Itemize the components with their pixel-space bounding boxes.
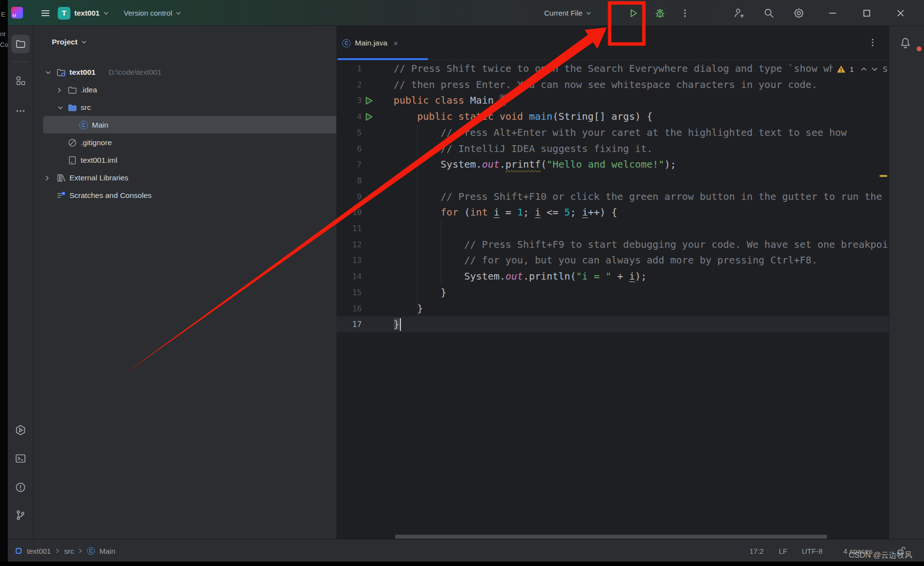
code-token xyxy=(488,206,494,218)
git-branch-icon xyxy=(15,509,26,521)
run-button[interactable] xyxy=(627,0,639,26)
line-number[interactable]: 5 xyxy=(336,125,362,141)
code-line: // Press Alt+Enter with your caret at th… xyxy=(394,125,847,141)
project-tool-window: Project text001D:\code\text001.ideasrcCM… xyxy=(33,26,344,539)
tree-item-src[interactable]: src xyxy=(33,99,344,116)
project-switcher[interactable]: text001 xyxy=(74,0,109,26)
minimize-button[interactable] xyxy=(828,0,837,26)
settings-gear-icon[interactable] xyxy=(792,0,805,26)
services-tool-window-button[interactable] xyxy=(11,421,30,439)
line-number[interactable]: 4 xyxy=(336,109,362,125)
warning-stripe-mark[interactable] xyxy=(880,175,887,177)
more-actions-button[interactable] xyxy=(681,0,689,26)
vcs-widget[interactable]: Version control xyxy=(124,0,181,26)
code-token: = xyxy=(500,206,517,218)
line-number[interactable]: 12 xyxy=(336,237,362,253)
problems-tool-window-button[interactable] xyxy=(11,478,30,497)
tab-bar-more-icon[interactable] xyxy=(868,37,877,48)
tree-item-external-libraries[interactable]: External Libraries xyxy=(33,169,344,187)
code-token: } xyxy=(394,303,423,314)
line-number[interactable]: 16 xyxy=(336,301,362,317)
line-number[interactable]: 6 xyxy=(336,141,362,157)
status-item-17-2[interactable]: 17:2 xyxy=(749,540,764,562)
notifications-bell-icon[interactable] xyxy=(899,37,912,49)
main-menu-button[interactable] xyxy=(40,0,51,26)
status-item-lf[interactable]: LF xyxy=(779,540,788,562)
close-button[interactable] xyxy=(896,0,905,26)
tab-close-icon[interactable]: × xyxy=(394,39,398,47)
tree-item--idea[interactable]: .idea xyxy=(33,81,344,99)
tree-item-label: .idea xyxy=(81,86,97,94)
code-line: public static void main(String[] args) { xyxy=(394,109,653,125)
line-number[interactable]: 8 xyxy=(336,173,362,189)
more-tool-windows-button[interactable] xyxy=(11,102,30,120)
git-tool-window-button[interactable] xyxy=(11,506,30,524)
project-avatar: T xyxy=(58,0,70,26)
project-tool-window-button[interactable] xyxy=(11,35,30,53)
project-panel-title: Project xyxy=(52,38,78,46)
folder-icon xyxy=(67,85,77,95)
code-token: ( xyxy=(541,158,547,170)
line-number[interactable]: 15 xyxy=(336,284,362,301)
line-number[interactable]: 14 xyxy=(336,268,362,284)
tree-item-text001[interactable]: text001D:\code\text001 xyxy=(33,64,344,81)
active-tab-underline xyxy=(337,58,428,60)
line-number[interactable]: 17 xyxy=(336,316,362,332)
prev-warning-chevron-up-icon[interactable] xyxy=(860,67,867,71)
inspections-widget[interactable]: 1 xyxy=(833,62,882,76)
line-number[interactable]: 13 xyxy=(336,252,362,268)
tree-item-main[interactable]: CMain xyxy=(33,116,344,134)
project-panel-header[interactable]: Project xyxy=(52,38,87,46)
code-token: "Hello and welcome!" xyxy=(547,158,664,170)
run-configuration-selector[interactable]: Current File xyxy=(544,0,592,26)
chevron-right-icon[interactable] xyxy=(57,87,65,95)
code-token xyxy=(394,206,440,218)
breadcrumb-item[interactable]: src xyxy=(64,547,74,555)
tree-item-scratches-and-consoles[interactable]: Scratches and Consoles xyxy=(33,187,344,204)
editor-area: C Main.java × 1234567891011121314151617 … xyxy=(336,26,897,539)
tree-item-text001-iml[interactable]: text001.iml xyxy=(33,152,344,169)
horizontal-scrollbar[interactable] xyxy=(395,535,827,539)
folder-src-icon xyxy=(67,103,77,112)
gutter-run-icon[interactable] xyxy=(364,109,374,125)
tree-item--gitignore[interactable]: .gitignore xyxy=(33,134,344,152)
tree-item-label: text001.iml xyxy=(81,156,117,165)
line-number[interactable]: 1 xyxy=(336,61,362,77)
project-icon xyxy=(56,67,66,77)
breadcrumb-item[interactable]: Main xyxy=(99,547,115,555)
line-number[interactable]: 7 xyxy=(336,156,362,173)
search-everywhere-button[interactable] xyxy=(763,0,775,26)
line-number[interactable]: 3 xyxy=(336,92,362,109)
structure-tool-window-button[interactable] xyxy=(11,71,30,90)
code-token: out xyxy=(482,158,500,170)
debug-button[interactable] xyxy=(654,0,666,26)
next-warning-chevron-down-icon[interactable] xyxy=(871,67,878,71)
chevron-down-icon[interactable] xyxy=(57,106,65,113)
terminal-tool-window-button[interactable] xyxy=(11,449,30,468)
breadcrumb[interactable]: text001srcCMain xyxy=(15,540,115,562)
line-number[interactable]: 11 xyxy=(336,220,362,237)
breadcrumb-separator-icon xyxy=(78,548,83,554)
code-with-me-button[interactable] xyxy=(733,0,746,26)
maximize-button[interactable] xyxy=(862,0,871,26)
tab-main-java[interactable]: C Main.java × xyxy=(342,26,398,60)
code-token: } xyxy=(394,286,446,298)
status-item-utf-8[interactable]: UTF-8 xyxy=(802,540,823,562)
gutter-run-icon[interactable] xyxy=(364,92,374,109)
code-line: System.out.println("i = " + i); xyxy=(394,268,647,284)
tree-item-label: text001 xyxy=(69,68,95,77)
line-number[interactable]: 10 xyxy=(336,204,362,220)
breadcrumb-item[interactable]: text001 xyxy=(27,547,51,555)
line-number[interactable]: 9 xyxy=(336,189,362,205)
code-token: <= xyxy=(541,206,564,218)
chevron-down-icon[interactable] xyxy=(45,70,53,78)
code-token: out xyxy=(506,270,523,282)
code-token: for xyxy=(440,206,458,218)
code-line: } xyxy=(394,284,446,301)
chevron-right-icon[interactable] xyxy=(45,175,53,183)
hamburger-icon xyxy=(40,8,51,19)
module-icon xyxy=(15,547,22,555)
code-token: ; xyxy=(570,206,582,218)
title-bar: IJ T text001 Version control Current Fil… xyxy=(8,0,924,26)
line-number[interactable]: 2 xyxy=(336,77,362,93)
